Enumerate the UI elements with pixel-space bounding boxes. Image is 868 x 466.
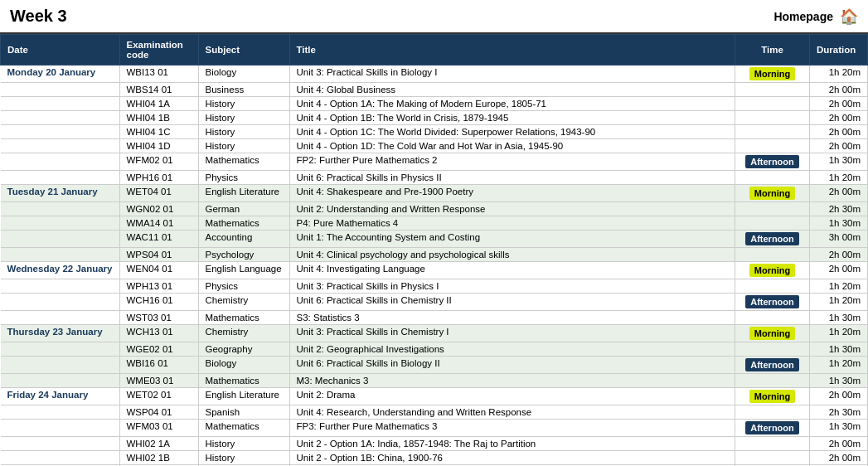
cell-date: Monday 20 January	[1, 66, 120, 83]
cell-duration: 1h 30m	[810, 216, 868, 231]
cell-date	[1, 420, 120, 437]
cell-time	[735, 83, 810, 97]
table-row: WMA14 01MathematicsP4: Pure Mathematics …	[1, 216, 868, 231]
cell-duration: 2h 00m	[810, 125, 868, 139]
cell-exam-code: WBI16 01	[119, 357, 198, 374]
cell-exam-code: WGE02 01	[119, 342, 198, 357]
table-row: WGN02 01GermanUnit 2: Understanding and …	[1, 202, 868, 216]
cell-time	[735, 374, 810, 388]
cell-subject: English Language	[198, 262, 289, 279]
cell-duration: 2h 00m	[810, 262, 868, 279]
cell-subject: History	[198, 139, 289, 153]
cell-title: Unit 2: Geographical Investigations	[289, 342, 735, 357]
cell-title: FP2: Further Pure Mathematics 2	[289, 153, 735, 171]
schedule-table: Date Examinationcode Subject Title Time …	[0, 34, 868, 466]
cell-title: Unit 4 - Option 1D: The Cold War and Hot…	[289, 139, 735, 153]
table-row: WHI04 1CHistoryUnit 4 - Option 1C: The W…	[1, 125, 868, 139]
cell-date	[1, 171, 120, 185]
cell-time: Afternoon	[735, 153, 810, 171]
cell-date	[1, 357, 120, 374]
cell-exam-code: WSP04 01	[119, 405, 198, 420]
table-row: WHI04 1AHistoryUnit 4 - Option 1A: The M…	[1, 97, 868, 111]
cell-date	[1, 374, 120, 388]
cell-exam-code: WET02 01	[119, 388, 198, 405]
cell-date	[1, 231, 120, 248]
cell-exam-code: WHI04 1B	[119, 111, 198, 125]
cell-time	[735, 202, 810, 216]
table-row: WCH16 01ChemistryUnit 6: Practical Skill…	[1, 294, 868, 311]
cell-subject: German	[198, 202, 289, 216]
cell-title: M3: Mechanics 3	[289, 374, 735, 388]
cell-duration: 1h 20m	[810, 279, 868, 294]
table-row: Friday 24 JanuaryWET02 01English Literat…	[1, 388, 868, 405]
cell-title: Unit 4: Research, Understanding and Writ…	[289, 405, 735, 420]
cell-exam-code: WGN02 01	[119, 202, 198, 216]
cell-title: Unit 6: Practical Skills in Biology II	[289, 357, 735, 374]
table-row: WFM03 01MathematicsFP3: Further Pure Mat…	[1, 420, 868, 437]
cell-exam-code: WHI04 1A	[119, 97, 198, 111]
table-row: Tuesday 21 JanuaryWET04 01English Litera…	[1, 185, 868, 202]
cell-title: P4: Pure Mathematics 4	[289, 216, 735, 231]
time-badge: Afternoon	[745, 155, 799, 168]
cell-title: Unit 4 - Option 1B: The World in Crisis,…	[289, 111, 735, 125]
cell-title: Unit 4: Global Business	[289, 83, 735, 97]
cell-time	[735, 279, 810, 294]
cell-time: Afternoon	[735, 294, 810, 311]
cell-date	[1, 83, 120, 97]
cell-duration: 1h 20m	[810, 294, 868, 311]
cell-subject: History	[198, 125, 289, 139]
table-row: WST03 01MathematicsS3: Statistics 31h 30…	[1, 311, 868, 325]
cell-time: Morning	[735, 66, 810, 83]
cell-time	[735, 171, 810, 185]
cell-title: Unit 6: Practical Skills in Chemistry II	[289, 294, 735, 311]
cell-duration: 1h 30m	[810, 311, 868, 325]
home-icon[interactable]: 🏠	[840, 7, 858, 26]
cell-title: Unit 3: Practical Skills in Biology I	[289, 66, 735, 83]
cell-time: Afternoon	[735, 420, 810, 437]
cell-subject: History	[198, 111, 289, 125]
table-row: Wednesday 22 JanuaryWEN04 01English Lang…	[1, 262, 868, 279]
cell-exam-code: WPH13 01	[119, 279, 198, 294]
cell-time	[735, 248, 810, 262]
cell-title: S3: Statistics 3	[289, 311, 735, 325]
cell-exam-code: WFM03 01	[119, 420, 198, 437]
cell-time	[735, 311, 810, 325]
table-row: WPH16 01PhysicsUnit 6: Practical Skills …	[1, 171, 868, 185]
table-row: Monday 20 JanuaryWBI13 01BiologyUnit 3: …	[1, 66, 868, 83]
cell-time: Morning	[735, 185, 810, 202]
cell-exam-code: WHI04 1D	[119, 139, 198, 153]
table-row: WSP04 01SpanishUnit 4: Research, Underst…	[1, 405, 868, 420]
cell-date	[1, 451, 120, 465]
cell-exam-code: WHI02 1B	[119, 451, 198, 465]
cell-date: Tuesday 21 January	[1, 185, 120, 202]
col-header-exam: Examinationcode	[119, 35, 198, 66]
cell-title: Unit 4: Clinical psychology and psycholo…	[289, 248, 735, 262]
cell-duration: 1h 30m	[810, 420, 868, 437]
cell-subject: English Literature	[198, 185, 289, 202]
table-row: WBI16 01BiologyUnit 6: Practical Skills …	[1, 357, 868, 374]
cell-duration: 2h 00m	[810, 83, 868, 97]
table-row: WME03 01MathematicsM3: Mechanics 31h 30m	[1, 374, 868, 388]
cell-duration: 2h 30m	[810, 405, 868, 420]
cell-subject: History	[198, 97, 289, 111]
cell-date: Thursday 23 January	[1, 325, 120, 342]
cell-exam-code: WST03 01	[119, 311, 198, 325]
cell-duration: 2h 00m	[810, 97, 868, 111]
cell-duration: 1h 20m	[810, 357, 868, 374]
cell-exam-code: WFM02 01	[119, 153, 198, 171]
cell-exam-code: WBI13 01	[119, 66, 198, 83]
cell-title: Unit 2: Drama	[289, 388, 735, 405]
cell-exam-code: WHI02 1A	[119, 437, 198, 451]
cell-date: Wednesday 22 January	[1, 262, 120, 279]
homepage-link[interactable]: Homepage	[773, 10, 833, 23]
cell-time: Morning	[735, 325, 810, 342]
cell-time	[735, 111, 810, 125]
cell-date	[1, 97, 120, 111]
cell-exam-code: WAC11 01	[119, 231, 198, 248]
cell-duration: 1h 30m	[810, 342, 868, 357]
cell-subject: Physics	[198, 279, 289, 294]
cell-time: Morning	[735, 388, 810, 405]
cell-exam-code: WPH16 01	[119, 171, 198, 185]
cell-time	[735, 139, 810, 153]
cell-exam-code: WMA14 01	[119, 216, 198, 231]
